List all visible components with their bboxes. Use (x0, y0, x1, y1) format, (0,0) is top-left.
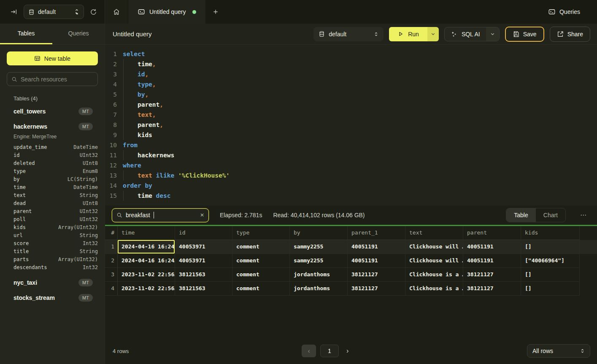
table-cell[interactable]: 38121563 (175, 268, 232, 282)
view-toggle-chart[interactable]: Chart (536, 208, 565, 222)
page-number-input[interactable]: 1 (320, 345, 339, 357)
column-header-kids[interactable]: kids (521, 226, 580, 240)
table-cell[interactable]: jordanthoms (290, 282, 348, 296)
code-line[interactable]: 7 text, (105, 110, 597, 120)
share-button[interactable]: Share (550, 27, 590, 42)
column-header-text[interactable]: text (405, 226, 463, 240)
table-cell[interactable]: 2023-11-02 22:56… (118, 268, 175, 282)
table-cell[interactable]: 38121127 (463, 268, 521, 282)
table-column-row[interactable]: idUInt32 (7, 151, 98, 159)
column-header-time[interactable]: time (118, 226, 175, 240)
sidebar-table-nyc_taxi[interactable]: nyc_taxiMT (7, 275, 98, 290)
table-cell[interactable]: comment (232, 282, 290, 296)
table-column-row[interactable]: descendantsInt32 (7, 263, 98, 271)
table-cell[interactable]: comment (232, 268, 290, 282)
table-cell[interactable]: Clickhouse will … (405, 240, 463, 254)
table-column-row[interactable]: textString (7, 191, 98, 199)
table-cell[interactable]: [] (521, 282, 580, 296)
run-button-main[interactable]: Run (389, 27, 427, 41)
more-options-button[interactable]: ⋯ (577, 210, 590, 221)
table-cell[interactable]: Clickhouse is a … (405, 282, 463, 296)
table-cell[interactable]: Clickhouse is a … (405, 268, 463, 282)
table-cell[interactable]: Clickhouse will … (405, 254, 463, 268)
table-cell[interactable]: comment (232, 254, 290, 268)
sql-ai-caret[interactable] (486, 27, 499, 41)
sidebar-table-hackernews[interactable]: hackernewsMT (7, 119, 98, 134)
table-cell[interactable]: 40053971 (175, 240, 232, 254)
table-column-row[interactable]: pollUInt32 (7, 215, 98, 223)
table-cell[interactable]: 40053971 (175, 254, 232, 268)
code-line[interactable]: 1select (105, 49, 597, 59)
sidebar-table-stocks_stream[interactable]: stocks_streamMT (7, 291, 98, 305)
database-selector[interactable]: default (24, 5, 84, 19)
sidebar-table-cell_towers[interactable]: cell_towersMT (7, 104, 98, 119)
sidebar-tab-queries[interactable]: Queries (52, 24, 105, 44)
run-button[interactable]: Run (389, 27, 439, 41)
column-header-parent_1[interactable]: parent_1 (348, 226, 405, 240)
table-cell[interactable]: jordanthoms (290, 268, 348, 282)
sql-editor[interactable]: 1select2 time,3 id,4 type,5 by,6 parent,… (105, 45, 597, 205)
table-cell[interactable]: 2024-04-16 16:24… (118, 240, 175, 254)
tab-home[interactable] (105, 0, 128, 24)
table-column-row[interactable]: kidsArray(UInt32) (7, 223, 98, 231)
table-cell[interactable]: 38121127 (348, 268, 405, 282)
table-column-row[interactable]: scoreInt32 (7, 239, 98, 247)
page-size-selector[interactable]: All rows (527, 344, 590, 358)
column-header-parent[interactable]: parent (463, 226, 521, 240)
table-cell[interactable]: 40051191 (463, 254, 521, 268)
new-tab-button[interactable] (205, 0, 226, 24)
code-line[interactable]: 13 text ilike '%ClickHouse%' (105, 170, 597, 181)
table-cell[interactable]: 2023-11-02 22:56… (118, 282, 175, 296)
next-page-button[interactable]: › (343, 345, 352, 356)
refresh-button[interactable] (88, 7, 99, 17)
prev-page-button[interactable]: ‹ (302, 345, 316, 357)
code-line[interactable]: 10from (105, 140, 597, 150)
table-cell[interactable]: [] (521, 268, 580, 282)
tab-untitled-query[interactable]: Untitled query (128, 0, 205, 24)
collapse-sidebar-button[interactable] (8, 6, 19, 17)
table-cell[interactable]: [] (521, 240, 580, 254)
table-cell[interactable]: 38121127 (348, 282, 405, 296)
code-line[interactable]: 2 time, (105, 59, 597, 69)
run-options-caret[interactable] (427, 27, 439, 41)
code-line[interactable]: 8 parent, (105, 120, 597, 130)
view-toggle-table[interactable]: Table (506, 208, 535, 222)
table-column-row[interactable]: deletedUInt8 (7, 159, 98, 167)
table-column-row[interactable]: timeDateTime (7, 183, 98, 191)
code-line[interactable]: 6 parent, (105, 100, 597, 110)
code-line[interactable]: 15 time desc (105, 191, 597, 201)
sql-ai-button[interactable]: SQL AI (444, 27, 500, 41)
resource-search-input[interactable] (21, 76, 97, 83)
column-header-num[interactable]: # (105, 226, 118, 240)
table-cell[interactable]: comment (232, 240, 290, 254)
table-column-row[interactable]: typeEnum8 (7, 167, 98, 175)
column-header-id[interactable]: id (175, 226, 232, 240)
table-cell[interactable]: ["40066964"] (521, 254, 580, 268)
query-database-selector[interactable]: default (313, 27, 384, 41)
clear-search-button[interactable]: ✕ (200, 212, 204, 218)
table-cell[interactable]: 38121127 (463, 282, 521, 296)
code-line[interactable]: 11 hackernews (105, 150, 597, 160)
table-cell[interactable]: 40051191 (463, 240, 521, 254)
table-column-row[interactable]: urlString (7, 231, 98, 239)
table-column-row[interactable]: partsArray(UInt32) (7, 255, 98, 263)
table-column-row[interactable]: titleString (7, 247, 98, 255)
results-search[interactable]: breakfast ✕ (112, 208, 209, 222)
code-line[interactable]: 9 kids (105, 130, 597, 140)
code-line[interactable]: 3 id, (105, 69, 597, 79)
table-cell[interactable]: 2024-04-16 16:24… (118, 254, 175, 268)
table-cell[interactable]: 40051191 (348, 254, 405, 268)
table-column-row[interactable]: byLC(String) (7, 175, 98, 183)
code-line[interactable]: 5 by, (105, 89, 597, 100)
table-column-row[interactable]: update_timeDateTime (7, 143, 98, 151)
table-column-row[interactable]: deadUInt8 (7, 199, 98, 207)
code-line[interactable]: 12where (105, 160, 597, 170)
column-header-by[interactable]: by (290, 226, 348, 240)
table-column-row[interactable]: parentUInt32 (7, 207, 98, 215)
table-cell[interactable]: 38121563 (175, 282, 232, 296)
save-button[interactable]: Save (505, 27, 544, 42)
code-line[interactable]: 14order by (105, 181, 597, 191)
queries-button[interactable]: Queries (541, 0, 597, 24)
code-line[interactable]: 4 type, (105, 79, 597, 89)
sql-ai-main[interactable]: SQL AI (445, 27, 486, 41)
